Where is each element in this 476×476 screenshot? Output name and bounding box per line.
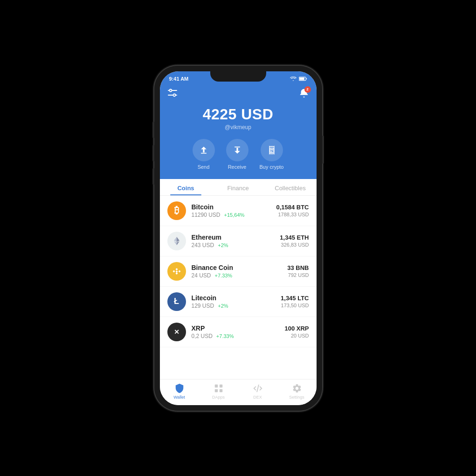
ethereum-info: Ethereum 243 USD +2%	[192, 234, 280, 248]
binance-name: Binance Coin	[192, 264, 288, 271]
svg-text:✕: ✕	[174, 328, 179, 336]
ethereum-icon	[167, 232, 186, 250]
coin-item-litecoin[interactable]: Ł Litecoin 129 USD +2% 1,345 LTC 173,50 …	[160, 287, 317, 317]
litecoin-change: +2%	[218, 303, 228, 309]
action-buttons: Send Receive	[193, 139, 284, 170]
bitcoin-amount: 0,1584 BTC	[276, 204, 309, 211]
coin-item-binance[interactable]: Binance Coin 24 USD +7.33% 33 BNB 792 US…	[160, 256, 317, 287]
litecoin-info: Litecoin 129 USD +2%	[192, 294, 281, 309]
coin-item-ethereum[interactable]: Ethereum 243 USD +2% 1,345 ETH 326,83 US…	[160, 226, 317, 256]
nav-settings[interactable]: Settings	[277, 383, 317, 400]
receive-button[interactable]: Receive	[226, 139, 248, 170]
notch	[210, 71, 266, 82]
send-label: Send	[198, 164, 210, 170]
ethereum-balance: 1,345 ETH 326,83 USD	[280, 234, 309, 248]
litecoin-icon: Ł	[167, 292, 186, 311]
coin-item-xrp[interactable]: ✕ XRP 0,2 USD +7.33% 100 XRP 20 USD	[160, 317, 317, 347]
bitcoin-price: 11290 USD	[192, 212, 221, 218]
bitcoin-balance: 0,1584 BTC 1788,33 USD	[276, 204, 309, 217]
xrp-price-row: 0,2 USD +7.33%	[192, 333, 285, 339]
battery-icon	[299, 76, 307, 81]
binance-balance: 33 BNB 792 USD	[287, 264, 309, 278]
svg-rect-23	[219, 384, 222, 387]
dapps-nav-icon	[214, 383, 224, 393]
ethereum-usd: 326,83 USD	[280, 242, 309, 248]
ethereum-price: 243 USD	[192, 242, 214, 248]
status-icons	[290, 76, 307, 81]
binance-price-row: 24 USD +7.33%	[192, 272, 288, 279]
filter-button[interactable]	[167, 89, 178, 99]
xrp-price: 0,2 USD	[192, 333, 213, 339]
xrp-icon: ✕	[167, 323, 186, 341]
bitcoin-name: Bitcoin	[192, 203, 276, 211]
binance-change: +7.33%	[215, 273, 233, 278]
tab-collectibles[interactable]: Collectibles	[264, 179, 317, 195]
bitcoin-change: +15,64%	[224, 212, 245, 218]
tabs: Coins Finance Collectibles	[160, 179, 317, 196]
ethereum-name: Ethereum	[192, 234, 280, 241]
coin-list: ₿ Bitcoin 11290 USD +15,64% 0,1584 BTC 1…	[160, 196, 317, 379]
nav-dapps[interactable]: DApps	[199, 383, 238, 400]
xrp-name: XRP	[192, 324, 285, 332]
bitcoin-usd: 1788,33 USD	[276, 212, 309, 217]
xrp-change: +7.33%	[216, 333, 234, 339]
buy-crypto-label: Buy crypto	[260, 164, 284, 170]
bottom-nav: Wallet DApps DEX	[160, 379, 317, 405]
settings-nav-label: Settings	[289, 395, 304, 400]
litecoin-amount: 1,345 LTC	[281, 295, 309, 302]
binance-amount: 33 BNB	[287, 264, 309, 271]
xrp-balance: 100 XRP 20 USD	[284, 325, 309, 338]
ethereum-change: +2%	[218, 242, 228, 248]
send-icon-circle	[193, 139, 215, 161]
xrp-info: XRP 0,2 USD +7.33%	[192, 324, 285, 339]
svg-rect-24	[214, 389, 217, 392]
header: 2 4225 USD @vikmeup Send	[160, 84, 317, 179]
binance-info: Binance Coin 24 USD +7.33%	[192, 264, 288, 279]
ethereum-price-row: 243 USD +2%	[192, 242, 280, 248]
dapps-nav-label: DApps	[212, 395, 225, 400]
litecoin-name: Litecoin	[192, 294, 281, 302]
notification-badge: 2	[304, 86, 311, 93]
wallet-nav-label: Wallet	[173, 395, 185, 400]
svg-rect-1	[299, 77, 304, 80]
header-top-row: 2	[167, 88, 309, 100]
xrp-amount: 100 XRP	[284, 325, 309, 332]
dex-nav-icon	[253, 383, 263, 393]
balance-username: @vikmeup	[225, 124, 251, 131]
litecoin-price: 129 USD	[192, 303, 214, 309]
settings-nav-icon	[292, 383, 302, 393]
bitcoin-price-row: 11290 USD +15,64%	[192, 212, 276, 218]
buy-crypto-icon-circle	[261, 139, 283, 161]
phone-screen: 9:41 AM	[160, 71, 317, 405]
binance-usd: 792 USD	[287, 272, 309, 278]
tab-finance[interactable]: Finance	[212, 179, 264, 195]
xrp-usd: 20 USD	[284, 333, 309, 338]
binance-icon	[167, 262, 186, 281]
litecoin-balance: 1,345 LTC 173,50 USD	[281, 295, 309, 308]
litecoin-usd: 173,50 USD	[281, 303, 309, 308]
coin-item-bitcoin[interactable]: ₿ Bitcoin 11290 USD +15,64% 0,1584 BTC 1…	[160, 196, 317, 226]
svg-rect-22	[214, 384, 217, 387]
tab-coins[interactable]: Coins	[160, 179, 212, 195]
receive-label: Receive	[228, 164, 247, 170]
svg-point-3	[169, 90, 172, 92]
binance-price: 24 USD	[192, 272, 211, 279]
receive-icon-circle	[226, 139, 248, 161]
litecoin-price-row: 129 USD +2%	[192, 303, 281, 309]
send-button[interactable]: Send	[193, 139, 215, 170]
nav-wallet[interactable]: Wallet	[160, 383, 199, 400]
phone-frame: 9:41 AM	[154, 66, 322, 411]
balance-amount: 4225 USD	[203, 106, 274, 123]
buy-crypto-button[interactable]: Buy crypto	[260, 139, 284, 170]
dex-nav-label: DEX	[253, 395, 262, 400]
nav-dex[interactable]: DEX	[238, 383, 277, 400]
status-time: 9:41 AM	[169, 76, 189, 82]
svg-point-5	[173, 94, 175, 97]
svg-rect-25	[219, 389, 222, 392]
ethereum-amount: 1,345 ETH	[280, 234, 309, 241]
notification-button[interactable]: 2	[299, 88, 309, 100]
bitcoin-info: Bitcoin 11290 USD +15,64%	[192, 203, 276, 218]
wallet-nav-icon	[174, 383, 185, 393]
bitcoin-icon: ₿	[167, 201, 186, 220]
wifi-icon	[290, 76, 297, 81]
